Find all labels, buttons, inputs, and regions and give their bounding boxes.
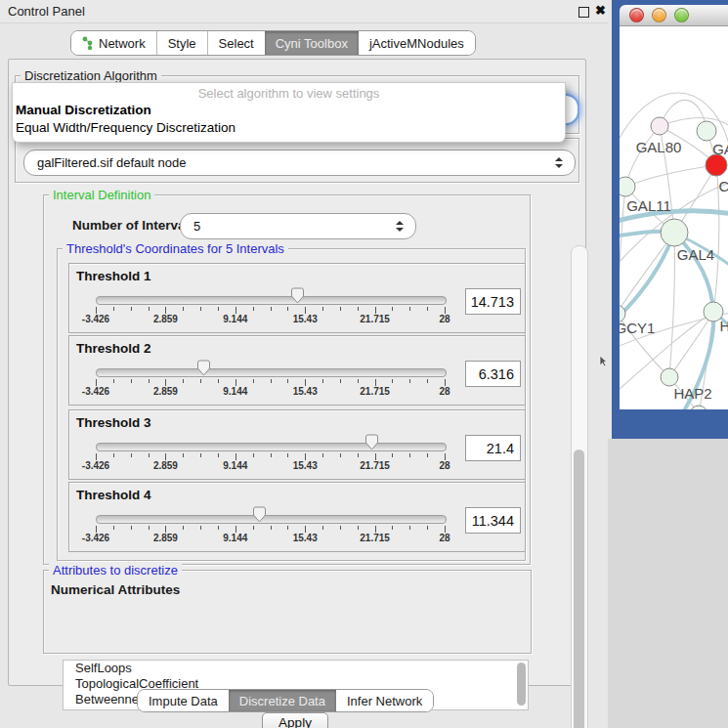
- table-data-group: Table Data galFiltered.sif default node: [15, 138, 579, 183]
- node-label: GCY1: [620, 320, 655, 336]
- algorithm-group-title: Discretization Algorithm: [21, 68, 161, 83]
- network-edge: [669, 233, 675, 377]
- top-tab-strip: NetworkStyleSelectCyni ToolboxjActiveMNo…: [70, 30, 476, 56]
- network-node[interactable]: [620, 177, 635, 196]
- panel-scrollbar-track[interactable]: [571, 245, 588, 728]
- network-canvas[interactable]: GAL80GACGAL11GAL4GCY1HHAP2: [620, 26, 728, 409]
- network-edge: [625, 165, 716, 187]
- network-node[interactable]: [706, 154, 727, 176]
- list-scrollbar[interactable]: [517, 663, 526, 706]
- tab-infer-network[interactable]: Infer Network: [336, 690, 433, 711]
- number-of-intervals-label: Number of Intervals: [72, 218, 196, 233]
- tab-impute-data[interactable]: Impute Data: [138, 690, 229, 711]
- network-edge: [620, 233, 674, 321]
- close-icon[interactable]: ✖: [595, 3, 606, 18]
- panel-scrollbar-thumb[interactable]: [574, 450, 584, 728]
- mouse-cursor: [599, 356, 609, 367]
- network-node[interactable]: [697, 121, 716, 141]
- network-edge: [620, 187, 625, 314]
- mac-minimize-icon[interactable]: [652, 8, 666, 22]
- node-label: H: [720, 318, 728, 334]
- bottom-tab-strip: Impute DataDiscretize DataInfer Network: [137, 689, 434, 712]
- number-of-intervals-combobox[interactable]: 5: [180, 213, 416, 239]
- attributes-group: Attributes to discretize Numerical Attri…: [43, 570, 532, 654]
- tab-select[interactable]: Select: [207, 31, 265, 55]
- slider-thumb[interactable]: [364, 434, 379, 450]
- network-edge: [620, 233, 674, 314]
- node-label: C: [719, 178, 728, 194]
- tab-label: Cyni Toolbox: [276, 36, 348, 51]
- tab-discretize-data[interactable]: Discretize Data: [229, 690, 336, 711]
- table-data-combobox[interactable]: galFiltered.sif default node: [23, 150, 576, 176]
- attributes-group-title: Attributes to discretize: [49, 563, 182, 578]
- cyni-toolbox-panel: Discretization Algorithm Table Data galF…: [8, 59, 586, 686]
- network-node[interactable]: [661, 219, 688, 246]
- slider-thumb[interactable]: [252, 506, 267, 523]
- panel-title: Control Panel: [8, 4, 85, 19]
- threshold-value-field[interactable]: 14.713: [465, 288, 521, 315]
- node-label: HAP2: [673, 385, 711, 402]
- node-label: GAL4: [677, 246, 714, 263]
- tab-label: Impute Data: [149, 694, 218, 708]
- interval-definition-group: Interval Definition Number of Intervals …: [43, 194, 531, 565]
- threshold-value-field[interactable]: 6.316: [465, 361, 521, 387]
- tab-label: Style: [168, 36, 196, 51]
- tab-label: Discretize Data: [239, 694, 325, 708]
- attribute-item[interactable]: SelfLoops: [64, 661, 528, 676]
- tab-label: Select: [219, 36, 254, 51]
- apply-button[interactable]: Apply: [262, 712, 328, 728]
- float-window-icon[interactable]: [578, 7, 589, 18]
- tab-network[interactable]: Network: [71, 31, 156, 55]
- thresholds-group-title: Threshold's Coordinates for 5 Intervals: [63, 241, 288, 256]
- tab-label: jActiveMNodules: [369, 36, 464, 51]
- combo-arrows-icon: [396, 221, 404, 232]
- network-icon: [82, 36, 94, 50]
- popup-option-2[interactable]: Equal Width/Frequency Discretization: [16, 120, 236, 135]
- screenshot-root: Control Panel ✖ NetworkStyleSelectCyni T…: [0, 0, 728, 728]
- number-of-intervals-value: 5: [181, 219, 396, 234]
- table-panel-area: Table Panel ⚙ ☑☑ shared...na YDL19...YDL…: [608, 439, 728, 728]
- tab-cyni-toolbox[interactable]: Cyni Toolbox: [265, 31, 359, 55]
- tab-label: Infer Network: [347, 694, 422, 708]
- numerical-attributes-label: Numerical Attributes: [51, 582, 180, 597]
- table-data-value: galFiltered.sif default node: [24, 155, 555, 170]
- network-node[interactable]: [651, 117, 668, 135]
- node-label: GAL80: [636, 139, 682, 155]
- control-panel: Control Panel ✖ NetworkStyleSelectCyni T…: [0, 0, 608, 728]
- threshold-value-field[interactable]: 21.4: [465, 435, 521, 461]
- popup-option-1[interactable]: Manual Discretization: [16, 103, 151, 117]
- network-window-titlebar: [620, 5, 728, 26]
- control-panel-titlebar: Control Panel ✖: [0, 0, 608, 23]
- popup-hint: Select algorithm to view settings: [13, 86, 565, 101]
- network-node[interactable]: [661, 368, 678, 386]
- interval-definition-title: Interval Definition: [49, 188, 154, 202]
- combo-arrows-icon: [555, 157, 563, 168]
- mac-zoom-icon[interactable]: [674, 8, 689, 22]
- mac-close-icon[interactable]: [629, 8, 644, 22]
- tab-style[interactable]: Style: [156, 31, 207, 55]
- node-label: GAL11: [626, 197, 671, 214]
- threshold-value-field[interactable]: 11.344: [465, 507, 521, 534]
- slider-thumb[interactable]: [290, 287, 305, 304]
- algorithm-dropdown-popup: Select algorithm to view settings Manual…: [12, 82, 566, 143]
- slider-thumb[interactable]: [196, 360, 211, 376]
- tab-jactivemnodules[interactable]: jActiveMNodules: [359, 31, 475, 55]
- tab-label: Network: [99, 36, 146, 51]
